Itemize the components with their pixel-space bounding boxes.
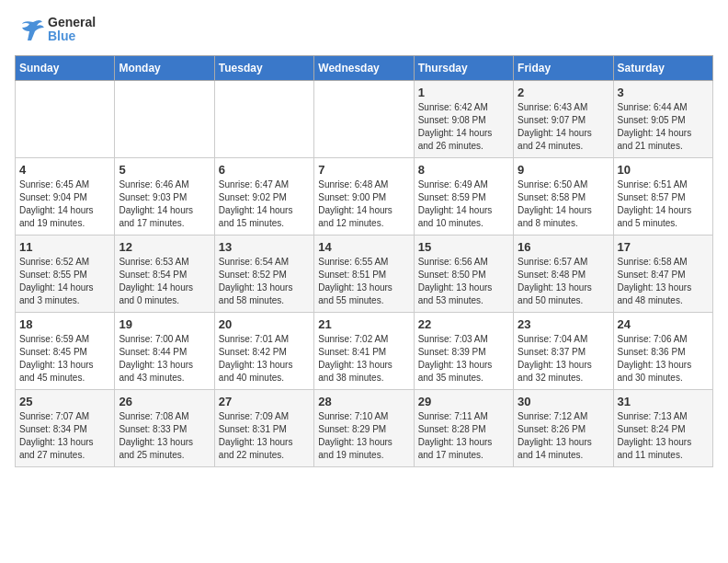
day-number: 19	[119, 317, 210, 331]
day-info: Sunrise: 7:07 AM Sunset: 8:34 PM Dayligh…	[19, 410, 110, 462]
day-cell: 5Sunrise: 6:46 AM Sunset: 9:03 PM Daylig…	[115, 158, 214, 236]
day-cell: 8Sunrise: 6:49 AM Sunset: 8:59 PM Daylig…	[414, 158, 513, 236]
day-number: 30	[518, 395, 609, 408]
day-cell: 15Sunrise: 6:56 AM Sunset: 8:50 PM Dayli…	[414, 236, 513, 313]
day-number: 26	[119, 395, 210, 408]
day-cell: 30Sunrise: 7:12 AM Sunset: 8:26 PM Dayli…	[514, 390, 613, 467]
day-cell	[214, 81, 313, 158]
day-info: Sunrise: 6:50 AM Sunset: 8:58 PM Dayligh…	[518, 178, 609, 230]
logo-general: General	[48, 16, 96, 29]
day-info: Sunrise: 6:49 AM Sunset: 8:59 PM Dayligh…	[418, 178, 509, 230]
header: General Blue	[15, 15, 713, 44]
day-info: Sunrise: 7:13 AM Sunset: 8:24 PM Dayligh…	[618, 410, 709, 462]
day-cell: 3Sunrise: 6:44 AM Sunset: 9:05 PM Daylig…	[613, 81, 712, 158]
day-info: Sunrise: 6:42 AM Sunset: 9:08 PM Dayligh…	[418, 101, 509, 153]
header-monday: Monday	[115, 56, 214, 81]
header-tuesday: Tuesday	[214, 56, 313, 81]
day-cell: 14Sunrise: 6:55 AM Sunset: 8:51 PM Dayli…	[314, 236, 414, 313]
day-cell: 27Sunrise: 7:09 AM Sunset: 8:31 PM Dayli…	[214, 390, 313, 467]
day-info: Sunrise: 6:45 AM Sunset: 9:04 PM Dayligh…	[19, 178, 110, 230]
logo-bird-icon	[15, 15, 44, 44]
day-info: Sunrise: 7:09 AM Sunset: 8:31 PM Dayligh…	[219, 410, 310, 462]
calendar-header-row: SundayMondayTuesdayWednesdayThursdayFrid…	[16, 56, 713, 81]
day-info: Sunrise: 7:04 AM Sunset: 8:37 PM Dayligh…	[518, 333, 609, 385]
day-info: Sunrise: 6:52 AM Sunset: 8:55 PM Dayligh…	[19, 256, 110, 307]
day-cell: 21Sunrise: 7:02 AM Sunset: 8:41 PM Dayli…	[314, 313, 414, 390]
day-cell: 1Sunrise: 6:42 AM Sunset: 9:08 PM Daylig…	[414, 81, 513, 158]
day-number: 18	[19, 317, 110, 331]
day-info: Sunrise: 7:03 AM Sunset: 8:39 PM Dayligh…	[418, 333, 509, 385]
day-number: 23	[518, 317, 609, 331]
day-info: Sunrise: 6:44 AM Sunset: 9:05 PM Dayligh…	[618, 101, 709, 153]
logo-blue: Blue	[48, 29, 96, 43]
day-cell: 31Sunrise: 7:13 AM Sunset: 8:24 PM Dayli…	[613, 390, 712, 467]
day-info: Sunrise: 6:43 AM Sunset: 9:07 PM Dayligh…	[518, 101, 609, 153]
day-cell: 28Sunrise: 7:10 AM Sunset: 8:29 PM Dayli…	[314, 390, 414, 467]
day-number: 1	[418, 86, 509, 99]
header-wednesday: Wednesday	[314, 56, 414, 81]
day-number: 27	[219, 395, 310, 408]
day-cell: 2Sunrise: 6:43 AM Sunset: 9:07 PM Daylig…	[514, 81, 613, 158]
week-row-2: 4Sunrise: 6:45 AM Sunset: 9:04 PM Daylig…	[16, 158, 713, 236]
day-info: Sunrise: 7:12 AM Sunset: 8:26 PM Dayligh…	[518, 410, 609, 462]
day-info: Sunrise: 7:01 AM Sunset: 8:42 PM Dayligh…	[219, 333, 310, 385]
week-row-5: 25Sunrise: 7:07 AM Sunset: 8:34 PM Dayli…	[16, 390, 713, 467]
header-saturday: Saturday	[613, 56, 712, 81]
calendar-table: SundayMondayTuesdayWednesdayThursdayFrid…	[15, 55, 713, 467]
day-cell: 17Sunrise: 6:58 AM Sunset: 8:47 PM Dayli…	[613, 236, 712, 313]
week-row-4: 18Sunrise: 6:59 AM Sunset: 8:45 PM Dayli…	[16, 313, 713, 390]
day-number: 31	[618, 395, 709, 408]
logo: General Blue	[15, 15, 96, 44]
day-number: 14	[318, 240, 409, 254]
day-number: 10	[618, 163, 709, 177]
day-number: 22	[418, 317, 509, 331]
day-number: 6	[219, 163, 310, 177]
day-info: Sunrise: 6:46 AM Sunset: 9:03 PM Dayligh…	[119, 178, 210, 230]
day-number: 20	[219, 317, 310, 331]
day-number: 4	[19, 163, 110, 177]
day-cell: 16Sunrise: 6:57 AM Sunset: 8:48 PM Dayli…	[514, 236, 613, 313]
day-info: Sunrise: 6:58 AM Sunset: 8:47 PM Dayligh…	[618, 256, 709, 307]
day-number: 24	[618, 317, 709, 331]
header-sunday: Sunday	[16, 56, 115, 81]
day-info: Sunrise: 6:55 AM Sunset: 8:51 PM Dayligh…	[318, 256, 409, 307]
day-info: Sunrise: 6:56 AM Sunset: 8:50 PM Dayligh…	[418, 256, 509, 307]
day-info: Sunrise: 7:06 AM Sunset: 8:36 PM Dayligh…	[618, 333, 709, 385]
day-number: 12	[119, 240, 210, 254]
week-row-3: 11Sunrise: 6:52 AM Sunset: 8:55 PM Dayli…	[16, 236, 713, 313]
day-info: Sunrise: 7:11 AM Sunset: 8:28 PM Dayligh…	[418, 410, 509, 462]
day-cell: 12Sunrise: 6:53 AM Sunset: 8:54 PM Dayli…	[115, 236, 214, 313]
day-cell: 24Sunrise: 7:06 AM Sunset: 8:36 PM Dayli…	[613, 313, 712, 390]
day-info: Sunrise: 7:02 AM Sunset: 8:41 PM Dayligh…	[318, 333, 409, 385]
day-number: 5	[119, 163, 210, 177]
day-number: 28	[318, 395, 409, 408]
day-info: Sunrise: 7:10 AM Sunset: 8:29 PM Dayligh…	[318, 410, 409, 462]
day-cell: 6Sunrise: 6:47 AM Sunset: 9:02 PM Daylig…	[214, 158, 313, 236]
day-cell	[115, 81, 214, 158]
day-info: Sunrise: 6:54 AM Sunset: 8:52 PM Dayligh…	[219, 256, 310, 307]
day-cell: 29Sunrise: 7:11 AM Sunset: 8:28 PM Dayli…	[414, 390, 513, 467]
day-info: Sunrise: 7:00 AM Sunset: 8:44 PM Dayligh…	[119, 333, 210, 385]
day-number: 25	[19, 395, 110, 408]
day-number: 9	[518, 163, 609, 177]
day-info: Sunrise: 6:47 AM Sunset: 9:02 PM Dayligh…	[219, 178, 310, 230]
day-number: 15	[418, 240, 509, 254]
day-info: Sunrise: 6:57 AM Sunset: 8:48 PM Dayligh…	[518, 256, 609, 307]
header-thursday: Thursday	[414, 56, 513, 81]
day-cell: 11Sunrise: 6:52 AM Sunset: 8:55 PM Dayli…	[16, 236, 115, 313]
day-cell: 22Sunrise: 7:03 AM Sunset: 8:39 PM Dayli…	[414, 313, 513, 390]
day-info: Sunrise: 7:08 AM Sunset: 8:33 PM Dayligh…	[119, 410, 210, 462]
day-info: Sunrise: 6:48 AM Sunset: 9:00 PM Dayligh…	[318, 178, 409, 230]
day-cell: 9Sunrise: 6:50 AM Sunset: 8:58 PM Daylig…	[514, 158, 613, 236]
day-number: 21	[318, 317, 409, 331]
day-number: 13	[219, 240, 310, 254]
day-number: 3	[618, 86, 709, 99]
day-info: Sunrise: 6:51 AM Sunset: 8:57 PM Dayligh…	[618, 178, 709, 230]
day-cell: 26Sunrise: 7:08 AM Sunset: 8:33 PM Dayli…	[115, 390, 214, 467]
day-cell	[314, 81, 414, 158]
day-cell: 10Sunrise: 6:51 AM Sunset: 8:57 PM Dayli…	[613, 158, 712, 236]
header-friday: Friday	[514, 56, 613, 81]
day-cell: 25Sunrise: 7:07 AM Sunset: 8:34 PM Dayli…	[16, 390, 115, 467]
day-number: 11	[19, 240, 110, 254]
day-number: 2	[518, 86, 609, 99]
